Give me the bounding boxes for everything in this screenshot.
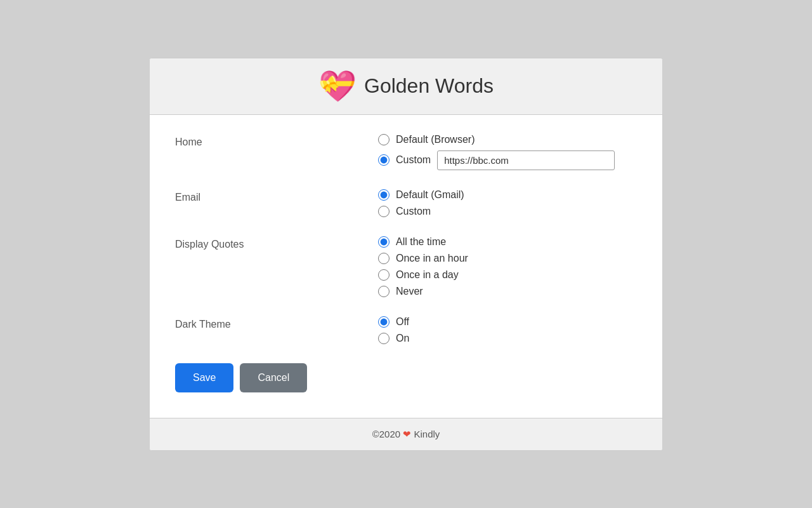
quotes-hour-radio[interactable]	[378, 253, 390, 264]
theme-on-option[interactable]: On	[378, 333, 637, 344]
display-quotes-options: All the time Once in an hour Once in a d…	[378, 236, 637, 297]
home-default-radio[interactable]	[378, 134, 390, 145]
app-title: Golden Words	[364, 74, 494, 98]
email-default-label: Default (Gmail)	[396, 189, 464, 201]
button-row: Save Cancel	[175, 363, 637, 399]
email-default-radio[interactable]	[378, 189, 390, 201]
dark-theme-options: Off On	[378, 316, 637, 344]
cancel-button[interactable]: Cancel	[240, 363, 307, 392]
home-default-label: Default (Browser)	[396, 134, 475, 145]
quotes-never-radio[interactable]	[378, 286, 390, 297]
theme-on-label: On	[396, 333, 409, 344]
quotes-never-label: Never	[396, 286, 423, 297]
theme-off-radio[interactable]	[378, 316, 390, 328]
theme-on-radio[interactable]	[378, 333, 390, 344]
quotes-hour-label: Once in an hour	[396, 253, 468, 264]
settings-content: Home Default (Browser) Custom Email De	[150, 115, 662, 418]
app-container: 💝 Golden Words Home Default (Browser) Cu…	[149, 58, 663, 451]
dark-theme-label: Dark Theme	[175, 316, 378, 330]
home-label: Home	[175, 134, 378, 148]
email-custom-option[interactable]: Custom	[378, 206, 637, 217]
quotes-alltime-radio[interactable]	[378, 236, 390, 248]
home-options: Default (Browser) Custom	[378, 134, 637, 170]
quotes-never-option[interactable]: Never	[378, 286, 637, 297]
app-icon: 💝	[318, 71, 357, 102]
save-button[interactable]: Save	[175, 363, 233, 392]
quotes-day-label: Once in a day	[396, 269, 459, 281]
display-quotes-setting: Display Quotes All the time Once in an h…	[175, 236, 637, 297]
quotes-alltime-label: All the time	[396, 236, 446, 248]
app-footer: ©2020 ❤ Kindly	[150, 418, 662, 450]
email-label: Email	[175, 189, 378, 203]
dark-theme-setting: Dark Theme Off On	[175, 316, 637, 344]
quotes-hour-option[interactable]: Once in an hour	[378, 253, 637, 264]
home-default-option[interactable]: Default (Browser)	[378, 134, 637, 145]
email-default-option[interactable]: Default (Gmail)	[378, 189, 637, 201]
theme-off-label: Off	[396, 316, 409, 328]
home-custom-radio[interactable]	[378, 154, 390, 166]
quotes-alltime-option[interactable]: All the time	[378, 236, 637, 248]
home-custom-option[interactable]: Custom	[378, 150, 637, 170]
home-custom-input[interactable]	[437, 150, 615, 170]
email-options: Default (Gmail) Custom	[378, 189, 637, 217]
footer-copyright: ©2020	[372, 429, 400, 439]
footer-heart-icon: ❤	[403, 429, 411, 439]
footer-brand: Kindly	[414, 429, 440, 439]
quotes-day-radio[interactable]	[378, 269, 390, 281]
display-quotes-label: Display Quotes	[175, 236, 378, 250]
app-header: 💝 Golden Words	[150, 58, 662, 115]
email-custom-label: Custom	[396, 206, 431, 217]
home-setting: Home Default (Browser) Custom	[175, 134, 637, 170]
email-setting: Email Default (Gmail) Custom	[175, 189, 637, 217]
quotes-day-option[interactable]: Once in a day	[378, 269, 637, 281]
home-custom-label: Custom	[396, 154, 431, 166]
theme-off-option[interactable]: Off	[378, 316, 637, 328]
email-custom-radio[interactable]	[378, 206, 390, 217]
